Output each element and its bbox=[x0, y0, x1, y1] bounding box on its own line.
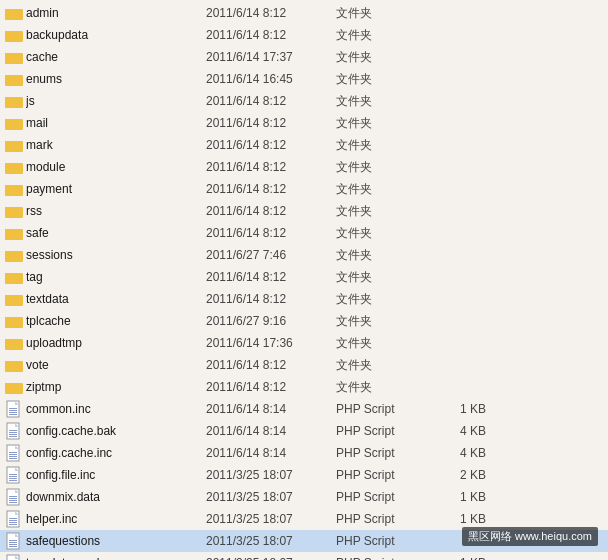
file-size: 1 KB bbox=[426, 490, 486, 504]
list-item[interactable]: downmix.data2011/3/25 18:07PHP Script1 K… bbox=[0, 486, 608, 508]
file-type: 文件夹 bbox=[336, 291, 426, 308]
list-item[interactable]: textdata2011/6/14 8:12文件夹 bbox=[0, 288, 608, 310]
file-date: 2011/3/25 18:07 bbox=[206, 556, 336, 560]
list-item[interactable]: backupdata2011/6/14 8:12文件夹 bbox=[0, 24, 608, 46]
folder-icon bbox=[5, 292, 23, 306]
folder-icon bbox=[5, 226, 23, 240]
list-item[interactable]: tplcache2011/6/27 9:16文件夹 bbox=[0, 310, 608, 332]
svg-rect-17 bbox=[9, 458, 17, 459]
list-item[interactable]: safequestions2011/3/25 18:07PHP Script bbox=[0, 530, 608, 552]
file-date: 2011/6/14 8:14 bbox=[206, 446, 336, 460]
list-item[interactable]: enums2011/6/14 16:45文件夹 bbox=[0, 68, 608, 90]
list-item[interactable]: ziptmp2011/6/14 8:12文件夹 bbox=[0, 376, 608, 398]
file-type: 文件夹 bbox=[336, 137, 426, 154]
file-type: 文件夹 bbox=[336, 269, 426, 286]
list-item[interactable]: admin2011/6/14 8:12文件夹 bbox=[0, 2, 608, 24]
list-item[interactable]: safe2011/6/14 8:12文件夹 bbox=[0, 222, 608, 244]
file-date: 2011/6/27 7:46 bbox=[206, 248, 336, 262]
file-date: 2011/6/14 17:37 bbox=[206, 50, 336, 64]
file-size: 4 KB bbox=[426, 446, 486, 460]
svg-rect-14 bbox=[9, 452, 17, 453]
file-size: 1 KB bbox=[426, 512, 486, 526]
svg-rect-5 bbox=[9, 414, 17, 415]
list-item[interactable]: config.cache.bak2011/6/14 8:14PHP Script… bbox=[0, 420, 608, 442]
folder-icon bbox=[5, 138, 23, 152]
file-date: 2011/6/14 17:36 bbox=[206, 336, 336, 350]
file-date: 2011/6/14 8:12 bbox=[206, 270, 336, 284]
php-icon bbox=[6, 488, 22, 506]
folder-icon bbox=[5, 248, 23, 262]
list-item[interactable]: rss2011/6/14 8:12文件夹 bbox=[0, 200, 608, 222]
file-type: PHP Script bbox=[336, 512, 426, 526]
file-type: 文件夹 bbox=[336, 203, 426, 220]
list-item[interactable]: helper.inc2011/3/25 18:07PHP Script1 KB bbox=[0, 508, 608, 530]
svg-rect-21 bbox=[9, 476, 17, 477]
list-item[interactable]: common.inc2011/6/14 8:14PHP Script1 KB bbox=[0, 398, 608, 420]
svg-rect-10 bbox=[9, 434, 17, 435]
file-type: PHP Script bbox=[336, 424, 426, 438]
file-name: ziptmp bbox=[26, 380, 206, 394]
file-size: 1 KB bbox=[426, 556, 486, 560]
list-item[interactable]: payment2011/6/14 8:12文件夹 bbox=[0, 178, 608, 200]
folder-icon bbox=[5, 270, 23, 284]
list-item[interactable]: module2011/6/14 8:12文件夹 bbox=[0, 156, 608, 178]
file-name: config.file.inc bbox=[26, 468, 206, 482]
file-name: cache bbox=[26, 50, 206, 64]
php-icon bbox=[6, 466, 22, 484]
file-name: rss bbox=[26, 204, 206, 218]
svg-rect-16 bbox=[9, 456, 17, 457]
file-type: 文件夹 bbox=[336, 27, 426, 44]
folder-icon bbox=[5, 204, 23, 218]
file-name: safe bbox=[26, 226, 206, 240]
file-name: enums bbox=[26, 72, 206, 86]
list-item[interactable]: config.cache.inc2011/6/14 8:14PHP Script… bbox=[0, 442, 608, 464]
list-item[interactable]: tag2011/6/14 8:12文件夹 bbox=[0, 266, 608, 288]
svg-rect-33 bbox=[9, 520, 17, 521]
list-item[interactable]: cache2011/6/14 17:37文件夹 bbox=[0, 46, 608, 68]
file-type: 文件夹 bbox=[336, 357, 426, 374]
file-type: PHP Script bbox=[336, 468, 426, 482]
file-date: 2011/6/14 8:12 bbox=[206, 138, 336, 152]
file-name: tplcache bbox=[26, 314, 206, 328]
file-date: 2011/6/14 8:12 bbox=[206, 204, 336, 218]
file-type: 文件夹 bbox=[336, 71, 426, 88]
svg-rect-23 bbox=[9, 480, 17, 481]
folder-icon bbox=[5, 160, 23, 174]
file-name: vote bbox=[26, 358, 206, 372]
list-item[interactable]: template.rand2011/3/25 18:07PHP Script1 … bbox=[0, 552, 608, 560]
list-item[interactable]: vote2011/6/14 8:12文件夹 bbox=[0, 354, 608, 376]
svg-rect-40 bbox=[9, 544, 17, 545]
list-item[interactable]: config.file.inc2011/3/25 18:07PHP Script… bbox=[0, 464, 608, 486]
list-item[interactable]: mail2011/6/14 8:12文件夹 bbox=[0, 112, 608, 134]
svg-rect-22 bbox=[9, 478, 17, 479]
file-type: 文件夹 bbox=[336, 93, 426, 110]
file-type: 文件夹 bbox=[336, 5, 426, 22]
file-date: 2011/3/25 18:07 bbox=[206, 512, 336, 526]
file-name: uploadtmp bbox=[26, 336, 206, 350]
file-name: payment bbox=[26, 182, 206, 196]
file-name: common.inc bbox=[26, 402, 206, 416]
folder-icon bbox=[5, 94, 23, 108]
file-type: PHP Script bbox=[336, 556, 426, 560]
svg-rect-2 bbox=[9, 408, 17, 409]
file-name: tag bbox=[26, 270, 206, 284]
file-name: helper.inc bbox=[26, 512, 206, 526]
file-type: 文件夹 bbox=[336, 247, 426, 264]
file-name: sessions bbox=[26, 248, 206, 262]
list-item[interactable]: js2011/6/14 8:12文件夹 bbox=[0, 90, 608, 112]
file-name: safequestions bbox=[26, 534, 206, 548]
list-item[interactable]: uploadtmp2011/6/14 17:36文件夹 bbox=[0, 332, 608, 354]
file-date: 2011/6/14 8:12 bbox=[206, 182, 336, 196]
file-size: 2 KB bbox=[426, 468, 486, 482]
file-type: 文件夹 bbox=[336, 379, 426, 396]
file-date: 2011/6/14 16:45 bbox=[206, 72, 336, 86]
folder-icon bbox=[5, 182, 23, 196]
file-name: mark bbox=[26, 138, 206, 152]
file-date: 2011/3/25 18:07 bbox=[206, 534, 336, 548]
svg-rect-26 bbox=[9, 496, 17, 497]
list-item[interactable]: sessions2011/6/27 7:46文件夹 bbox=[0, 244, 608, 266]
file-type: 文件夹 bbox=[336, 115, 426, 132]
svg-rect-34 bbox=[9, 522, 17, 523]
list-item[interactable]: mark2011/6/14 8:12文件夹 bbox=[0, 134, 608, 156]
php-icon bbox=[6, 510, 22, 528]
